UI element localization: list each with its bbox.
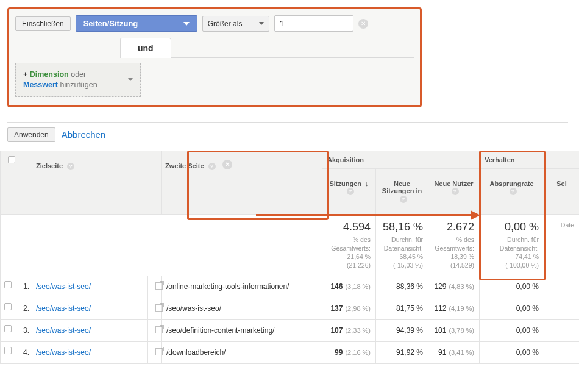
report-table-container: Zielseite ? Zweite Seite ? ✕ Akquisition… — [0, 151, 579, 365]
bounce-cell: 0,00 % — [480, 276, 544, 298]
chevron-down-icon — [183, 22, 190, 26]
landing-page-link[interactable]: /seo/was-ist-seo/ — [36, 348, 91, 357]
row-index: 4. — [15, 342, 32, 364]
open-external-icon[interactable] — [155, 282, 163, 290]
sessions-cell: 107(2,33 %) — [322, 320, 376, 342]
open-external-icon[interactable] — [155, 304, 163, 312]
open-external-icon[interactable] — [155, 326, 163, 333]
column-header-landing-page[interactable]: Zielseite ? — [32, 151, 162, 214]
column-header-new-users[interactable]: Neue Nutzer ? — [428, 168, 480, 214]
column-group-behavior: Verhalten — [480, 151, 544, 168]
advanced-filter-panel: Einschließen Seiten/Sitzung Größer als ✕… — [7, 7, 422, 107]
help-icon[interactable]: ? — [452, 188, 459, 195]
column-group-acquisition: Akquisition — [322, 151, 480, 168]
new-sessions-cell: 88,36 % — [376, 276, 428, 298]
overflow-cell — [544, 320, 579, 342]
row-index: 2. — [15, 298, 32, 320]
second-page-cell: /seo/definition-content-marketing/ — [162, 320, 322, 342]
landing-page-link[interactable]: /seo/was-ist-seo/ — [36, 304, 91, 313]
row-index: 1. — [15, 276, 32, 298]
new-sessions-cell: 91,92 % — [376, 342, 428, 364]
filter-value-input[interactable] — [274, 15, 353, 32]
cancel-link[interactable]: Abbrechen — [62, 129, 106, 140]
totals-sessions: 4.594 % des Gesamtwerts: 21,64 % (21.226… — [322, 214, 376, 276]
totals-overflow: Date — [544, 214, 579, 276]
second-page-cell: /seo/was-ist-seo/ — [162, 298, 322, 320]
totals-new-sessions: 58,16 % Durchn. für Datenansicht: 68,45 … — [376, 214, 428, 276]
comparator-label: Größer als — [208, 20, 243, 28]
totals-row: 4.594 % des Gesamtwerts: 21,64 % (21.226… — [1, 214, 580, 276]
help-icon[interactable]: ? — [510, 188, 517, 195]
overflow-cell — [544, 298, 579, 320]
totals-new-users: 2.672 % des Gesamtwerts: 18,39 % (14.529… — [428, 214, 480, 276]
remove-condition-icon[interactable]: ✕ — [358, 19, 368, 29]
bounce-cell: 0,00 % — [480, 342, 544, 364]
and-tab[interactable]: und — [120, 38, 171, 58]
new-users-cell: 129(4,83 %) — [428, 276, 480, 298]
second-page-cell: /online-marketing-tools-informationen/ — [162, 276, 322, 298]
chevron-down-icon — [128, 78, 133, 81]
row-index: 3. — [15, 320, 32, 342]
new-users-cell: 91(3,41 %) — [428, 342, 480, 364]
landing-page-cell: /seo/was-ist-seo/ — [32, 342, 148, 364]
metric-dropdown[interactable]: Seiten/Sitzung — [76, 15, 197, 32]
bounce-cell: 0,00 % — [480, 320, 544, 342]
filter-condition-row: Einschließen Seiten/Sitzung Größer als ✕ — [15, 15, 414, 32]
table-row: 3./seo/was-ist-seo//seo/definition-conte… — [1, 320, 580, 342]
column-header-overflow[interactable]: Sei — [544, 168, 579, 214]
filter-actions-row: Anwenden Abbrechen — [7, 127, 572, 142]
help-icon[interactable]: ? — [400, 196, 407, 203]
row-checkbox[interactable] — [4, 281, 12, 288]
and-tab-row: und — [15, 38, 414, 58]
chevron-down-icon — [259, 22, 264, 25]
apply-button[interactable]: Anwenden — [7, 127, 55, 142]
overflow-cell — [544, 276, 579, 298]
table-row: 1./seo/was-ist-seo//online-marketing-too… — [1, 276, 580, 298]
column-header-new-sessions[interactable]: Neue Sitzungen in ? — [376, 168, 428, 214]
report-table: Zielseite ? Zweite Seite ? ✕ Akquisition… — [0, 151, 579, 365]
landing-page-cell: /seo/was-ist-seo/ — [32, 276, 148, 298]
column-header-sessions[interactable]: Sitzungen ↓ ? — [322, 168, 376, 214]
second-page-cell: /downloadbereich/ — [162, 342, 322, 364]
help-icon[interactable]: ? — [67, 163, 74, 170]
row-checkbox[interactable] — [4, 325, 12, 332]
sessions-cell: 99(2,16 %) — [322, 342, 376, 364]
column-header-second-page[interactable]: Zweite Seite ? ✕ — [162, 151, 322, 214]
sessions-cell: 146(3,18 %) — [322, 276, 376, 298]
row-checkbox[interactable] — [4, 347, 12, 354]
sessions-cell: 137(2,98 %) — [322, 298, 376, 320]
help-icon[interactable]: ? — [347, 188, 354, 195]
column-group-overflow — [544, 151, 579, 168]
new-users-cell: 112(4,19 %) — [428, 298, 480, 320]
landing-page-link[interactable]: /seo/was-ist-seo/ — [36, 326, 91, 335]
row-checkbox[interactable] — [4, 303, 12, 310]
add-dimension-label: + Dimension oder Messwert hinzufügen — [23, 69, 98, 90]
open-external-icon[interactable] — [155, 348, 163, 355]
landing-page-link[interactable]: /seo/was-ist-seo/ — [36, 282, 91, 291]
help-icon[interactable]: ? — [208, 163, 216, 170]
landing-page-cell: /seo/was-ist-seo/ — [32, 298, 148, 320]
metric-dropdown-label: Seiten/Sitzung — [83, 19, 138, 28]
select-all-checkbox[interactable] — [8, 156, 15, 163]
add-dimension-metric-button[interactable]: + Dimension oder Messwert hinzufügen — [15, 63, 141, 97]
divider — [7, 122, 568, 123]
table-row: 4./seo/was-ist-seo//downloadbereich/99(2… — [1, 342, 580, 364]
new-sessions-cell: 94,39 % — [376, 320, 428, 342]
totals-bounce: 0,00 % Durchn. für Datenansicht: 74,41 %… — [480, 214, 544, 276]
landing-page-cell: /seo/was-ist-seo/ — [32, 320, 148, 342]
overflow-cell — [544, 342, 579, 364]
column-header-bounce-rate[interactable]: Absprungrate ? — [480, 168, 544, 214]
sort-desc-icon: ↓ — [365, 180, 369, 187]
remove-dimension-icon[interactable]: ✕ — [222, 160, 232, 169]
new-sessions-cell: 81,75 % — [376, 298, 428, 320]
comparator-dropdown[interactable]: Größer als — [202, 16, 269, 32]
table-row: 2./seo/was-ist-seo//seo/was-ist-seo/137(… — [1, 298, 580, 320]
include-exclude-button[interactable]: Einschließen — [15, 16, 71, 31]
bounce-cell: 0,00 % — [480, 298, 544, 320]
new-users-cell: 101(3,78 %) — [428, 320, 480, 342]
